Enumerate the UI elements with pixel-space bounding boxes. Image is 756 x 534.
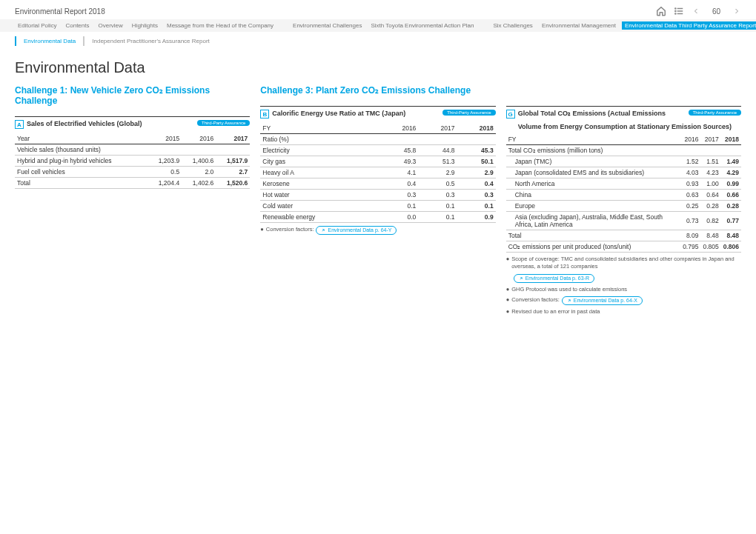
letter-box-a: A bbox=[15, 120, 24, 129]
table-g-title: Global Total CO₂ Emissions (Actual Emiss… bbox=[518, 110, 686, 118]
column-2: Challenge 3: Plant Zero CO₂ Emissions Ch… bbox=[260, 85, 495, 316]
nav-item[interactable]: Six Challenges bbox=[491, 21, 536, 30]
nav-item-active[interactable]: Environmental Data Third Party Assurance… bbox=[622, 21, 756, 30]
col-header: FY bbox=[506, 134, 680, 145]
table-g: FY 2016 2017 2018 Total CO₂ emissions (m… bbox=[506, 134, 741, 253]
letter-box-g: G bbox=[506, 110, 515, 119]
chevron-left-icon[interactable] bbox=[692, 6, 700, 16]
col-header: 2018 bbox=[721, 134, 741, 145]
column-1: Challenge 1: New Vehicle Zero CO₂ Emissi… bbox=[15, 85, 250, 316]
svg-point-4 bbox=[675, 10, 676, 11]
col-header: 2017 bbox=[418, 123, 457, 134]
top-bar: Environmental Report 2018 60 bbox=[0, 0, 756, 19]
nav-item[interactable]: Editorial Policy bbox=[15, 21, 59, 30]
assurance-badge: Third-Party Assurance bbox=[197, 120, 250, 126]
footnote: ●Conversion factors:Environmental Data p… bbox=[506, 296, 741, 305]
page-title: Environmental Data bbox=[0, 55, 756, 85]
table-row: Renewable energy0.00.10.9 bbox=[260, 212, 495, 223]
col-header: 2015 bbox=[147, 133, 182, 144]
table-row: North America0.931.000.99 bbox=[506, 178, 741, 189]
bullet-icon: ● bbox=[506, 256, 510, 264]
nav-item[interactable]: Environmental Management bbox=[539, 21, 619, 30]
bullet-icon: ● bbox=[260, 226, 264, 234]
col-header: 2017 bbox=[216, 133, 250, 144]
nav-item[interactable]: Sixth Toyota Environmental Action Plan bbox=[368, 21, 477, 30]
table-a: Year 2015 2016 2017 Vehicle sales (thous… bbox=[15, 133, 250, 189]
table-row: Total8.098.488.48 bbox=[506, 230, 741, 241]
table-row: Electricity45.844.845.3 bbox=[260, 145, 495, 156]
pill-link[interactable]: Environmental Data p. 64-X bbox=[562, 296, 643, 305]
col-header: Year bbox=[15, 133, 147, 144]
top-controls: 60 bbox=[656, 6, 741, 16]
col-header: FY bbox=[260, 123, 379, 134]
table-a-title: Sales of Electrified Vehicles (Global) bbox=[27, 120, 194, 128]
col-header: 2018 bbox=[457, 123, 495, 134]
pill-link[interactable]: Environmental Data p. 63-R bbox=[514, 274, 594, 283]
rule bbox=[260, 106, 495, 107]
table-b-header: B Calorific Energy Use Ratio at TMC (Jap… bbox=[260, 110, 495, 119]
col-header: 2016 bbox=[680, 134, 700, 145]
footnote: ●Revised due to an error in past data bbox=[506, 308, 741, 316]
footnote-link-row: Environmental Data p. 63-R bbox=[514, 274, 741, 283]
page-number: 60 bbox=[708, 7, 725, 16]
table-row: Japan (consolidated EMS and its subsidia… bbox=[506, 167, 741, 178]
col-header: 2017 bbox=[700, 134, 720, 145]
table-b-footnote: ● Conversion factors: Environmental Data… bbox=[260, 226, 495, 235]
bullet-icon: ● bbox=[506, 308, 510, 316]
table-row: Hot water0.30.30.3 bbox=[260, 190, 495, 201]
table-row: Total1,204.41,402.61,520.6 bbox=[15, 178, 250, 189]
table-row: Heavy oil A4.12.92.9 bbox=[260, 167, 495, 178]
nav-item[interactable]: Highlights bbox=[129, 21, 161, 30]
home-icon[interactable] bbox=[656, 6, 666, 16]
table-row: Hybrid and plug-in hybrid vehicles1,203.… bbox=[15, 156, 250, 167]
table-b-title: Calorific Energy Use Ratio at TMC (Japan… bbox=[272, 110, 440, 118]
table-g-subtitle: Volume from Energy Consumption at Statio… bbox=[518, 123, 741, 131]
assurance-badge: Third-Party Assurance bbox=[442, 110, 495, 116]
svg-point-5 bbox=[675, 13, 676, 14]
svg-point-3 bbox=[675, 8, 676, 9]
subnav-item[interactable]: Independent Practitioner's Assurance Rep… bbox=[83, 36, 217, 46]
footnote: ●Scope of coverage: TMC and consolidated… bbox=[506, 256, 741, 271]
col-header: 2016 bbox=[379, 123, 418, 134]
bullet-icon: ● bbox=[506, 296, 510, 304]
section-label: Total CO₂ emissions (million tons) bbox=[506, 144, 741, 156]
nav-item[interactable]: Contents bbox=[62, 21, 92, 30]
challenge-3-heading: Challenge 3: Plant Zero CO₂ Emissions Ch… bbox=[260, 85, 495, 96]
letter-box-b: B bbox=[260, 110, 269, 119]
section-label: Ratio (%) bbox=[260, 134, 495, 145]
bullet-icon: ● bbox=[506, 286, 510, 294]
list-icon[interactable] bbox=[674, 6, 684, 16]
table-row: CO₂ emissions per unit produced (tons/un… bbox=[506, 241, 741, 252]
table-row: Asia (excluding Japan), Australia, Middl… bbox=[506, 211, 741, 230]
nav-strip: Editorial Policy Contents Overview Highl… bbox=[0, 19, 756, 32]
table-row: Kerosene0.40.50.4 bbox=[260, 178, 495, 190]
column-3: G Global Total CO₂ Emissions (Actual Emi… bbox=[506, 85, 741, 316]
table-a-header: A Sales of Electrified Vehicles (Global)… bbox=[15, 120, 250, 129]
nav-item[interactable]: Message from the Head of the Company bbox=[164, 21, 276, 30]
pill-link[interactable]: Environmental Data p. 64-Y bbox=[316, 226, 397, 235]
col-header: 2016 bbox=[182, 133, 216, 144]
table-row: Japan (TMC)1.521.511.49 bbox=[506, 156, 741, 167]
table-row: Cold water0.10.10.1 bbox=[260, 201, 495, 212]
chevron-right-icon[interactable] bbox=[732, 6, 741, 16]
table-row: China0.630.640.66 bbox=[506, 189, 741, 200]
sub-nav: Environmental Data Independent Practitio… bbox=[0, 32, 756, 55]
table-row: City gas49.351.350.1 bbox=[260, 156, 495, 167]
table-b: FY 2016 2017 2018 Ratio (%) Electricity4… bbox=[260, 123, 495, 223]
section-label: Vehicle sales (thousand units) bbox=[15, 144, 250, 156]
nav-item[interactable]: Overview bbox=[96, 21, 126, 30]
table-row: Europe0.250.280.28 bbox=[506, 200, 741, 211]
footnote: ●GHG Protocol was used to calculate emis… bbox=[506, 286, 741, 294]
table-g-header: G Global Total CO₂ Emissions (Actual Emi… bbox=[506, 110, 741, 119]
nav-item[interactable]: Environmental Challenges bbox=[290, 21, 365, 30]
content-columns: Challenge 1: New Vehicle Zero CO₂ Emissi… bbox=[0, 85, 756, 316]
rule bbox=[15, 116, 250, 117]
table-row: Fuel cell vehicles0.52.02.7 bbox=[15, 167, 250, 178]
document-title: Environmental Report 2018 bbox=[15, 7, 105, 16]
subnav-item-active[interactable]: Environmental Data bbox=[15, 36, 83, 46]
challenge-1-heading: Challenge 1: New Vehicle Zero CO₂ Emissi… bbox=[15, 85, 250, 106]
assurance-badge: Third-Party Assurance bbox=[689, 110, 741, 116]
rule bbox=[506, 106, 741, 107]
